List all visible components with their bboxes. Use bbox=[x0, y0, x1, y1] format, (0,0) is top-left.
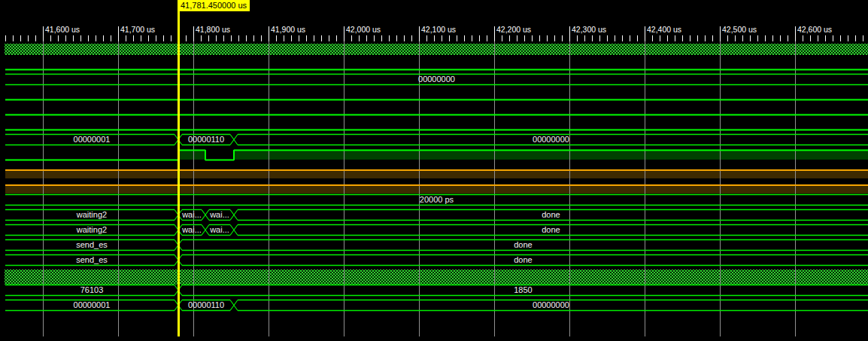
bus-value-label: 00000000 bbox=[418, 75, 455, 84]
ruler-label: 42,000 us bbox=[346, 25, 381, 34]
time-ruler[interactable]: 41,600 us41,700 us41,800 us41,900 us42,0… bbox=[6, 25, 863, 41]
bus-value-label: wai... bbox=[181, 225, 202, 234]
waveform-viewer: 41,600 us41,700 us41,800 us41,900 us42,0… bbox=[0, 0, 868, 341]
bus-value-label: wai... bbox=[209, 225, 229, 234]
bus-value-label: 00000001 bbox=[74, 135, 111, 144]
ruler-label: 42,100 us bbox=[421, 25, 456, 34]
waveform-canvas[interactable]: 41,600 us41,700 us41,800 us41,900 us42,0… bbox=[0, 0, 868, 341]
ruler-label: 41,900 us bbox=[271, 25, 305, 34]
ruler-label: 42,600 us bbox=[797, 25, 832, 34]
bus-period[interactable]: 20000 ps bbox=[5, 195, 868, 206]
time-cursor-line[interactable] bbox=[178, 0, 180, 336]
bus-value-label: wai... bbox=[181, 210, 202, 219]
undefined-band-a-fill bbox=[5, 171, 868, 178]
bus-value-label: 00000000 bbox=[533, 135, 569, 144]
bus-value-label: send_es bbox=[76, 255, 108, 264]
bus-value-label: send_es bbox=[76, 240, 108, 249]
dense-activity-band-bottom[interactable] bbox=[5, 269, 868, 285]
bus-value-00000000[interactable]: 00000000 bbox=[5, 75, 868, 85]
bus-data-b[interactable]: 000000010000011000000000 bbox=[5, 300, 868, 311]
bus-value-label: 00000001 bbox=[74, 300, 111, 309]
bus-value-label: 00000110 bbox=[188, 300, 224, 309]
bus-value-label: waiting2 bbox=[76, 210, 107, 219]
bus-value-label: done bbox=[542, 225, 560, 234]
bus-value-label: wai... bbox=[209, 210, 229, 219]
cursor-time-label: 41,781.450000 us bbox=[178, 0, 250, 11]
undefined-band-b-fill bbox=[5, 186, 868, 193]
bus-counter[interactable]: 761031850 bbox=[5, 285, 868, 296]
bus-value-label: 00000000 bbox=[533, 300, 569, 309]
bus-state-send-es-a[interactable]: send_esdone bbox=[5, 240, 868, 251]
bus-value-label: 00000110 bbox=[188, 135, 224, 144]
bus-value-label: waiting2 bbox=[76, 225, 107, 234]
ruler-label: 41,700 us bbox=[120, 25, 155, 34]
bus-state-waiting2-a[interactable]: waiting2wai...wai...done bbox=[5, 210, 868, 221]
ruler-label: 42,200 us bbox=[496, 25, 531, 34]
bus-value-label: 76103 bbox=[80, 285, 104, 294]
ruler-label: 42,500 us bbox=[722, 25, 757, 34]
bus-value-label: done bbox=[542, 210, 560, 219]
scalar-pulse-high-fill bbox=[178, 150, 205, 160]
bus-value-label: 20000 ps bbox=[420, 195, 454, 204]
bus-value-label: done bbox=[514, 240, 532, 249]
bus-state-waiting2-b[interactable]: waiting2wai...wai...done bbox=[5, 225, 868, 236]
ruler-label: 41,600 us bbox=[45, 25, 80, 34]
bus-data-a[interactable]: 000000010000011000000000 bbox=[5, 135, 868, 145]
ruler-label: 42,300 us bbox=[572, 25, 606, 34]
bus-value-label: done bbox=[514, 255, 532, 264]
ruler-label: 41,800 us bbox=[196, 25, 230, 34]
scalar-pulse-high-fill bbox=[234, 150, 868, 160]
ruler-label: 42,400 us bbox=[647, 25, 681, 34]
bus-value-label: 1850 bbox=[514, 285, 532, 294]
dense-activity-band-top[interactable] bbox=[5, 44, 868, 55]
bus-state-send-es-b[interactable]: send_esdone bbox=[5, 255, 868, 266]
